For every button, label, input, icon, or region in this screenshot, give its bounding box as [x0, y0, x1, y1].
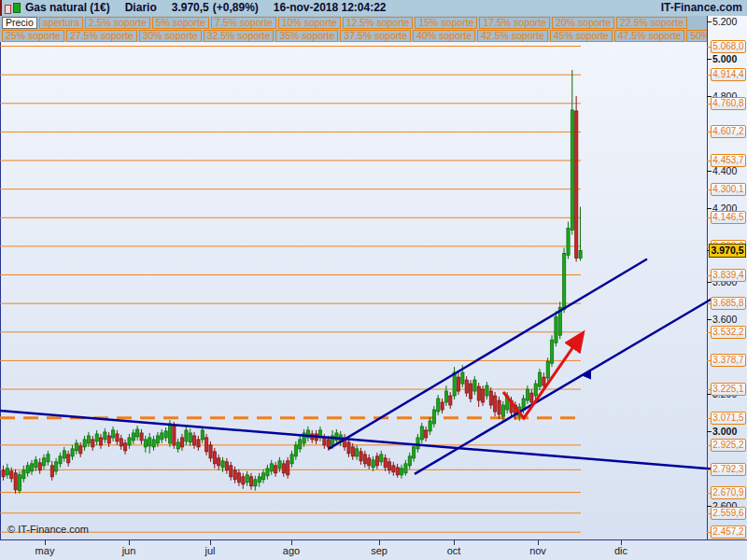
- axis-price-label: 3.600: [712, 314, 737, 325]
- candle-body: [551, 340, 554, 363]
- axis-support-label: 4.300,1: [711, 183, 746, 196]
- candle-body: [213, 452, 216, 464]
- red-projection-arrow[interactable]: [503, 333, 583, 418]
- candle-body: [469, 384, 472, 399]
- candle-body: [43, 458, 46, 466]
- candle-body: [2, 470, 5, 477]
- trend-arrow[interactable]: [503, 333, 583, 418]
- candle-body: [416, 438, 419, 449]
- candle-body: [363, 455, 366, 464]
- candle-body: [152, 440, 155, 447]
- candle-body: [233, 470, 236, 480]
- candle-body: [75, 443, 78, 451]
- legend-chip-12-5-soporte[interactable]: 12.5% soporte: [343, 17, 414, 29]
- candle-body: [10, 471, 13, 479]
- candle-body: [246, 475, 248, 483]
- candle-body: [95, 434, 98, 441]
- candle-body: [482, 389, 485, 402]
- axis-support-label: 4.914,4: [711, 68, 746, 81]
- candle-body: [47, 455, 49, 462]
- candle-body: [221, 461, 224, 468]
- legend-chip-apertura[interactable]: apertura: [39, 17, 83, 29]
- candle-body: [209, 445, 212, 458]
- candle-body: [50, 466, 53, 477]
- axis-tick: [707, 282, 712, 283]
- axis-price-label: 3.000: [712, 426, 737, 437]
- candle-body: [356, 449, 359, 456]
- legend-chip-40-soporte[interactable]: 40% soporte: [413, 30, 475, 42]
- axis-support-label: 3.071,5: [711, 412, 746, 425]
- candle-body: [392, 466, 395, 472]
- month-label: oct: [438, 545, 470, 556]
- axis-support-label: 2.792,3: [711, 463, 746, 476]
- candle-body: [494, 396, 497, 412]
- legend-chip-10-soporte[interactable]: 10% soporte: [278, 17, 341, 29]
- axis-support-label: 2.670,9: [711, 486, 746, 499]
- legend-chip-27-5-soporte[interactable]: 27.5% soporte: [66, 30, 137, 42]
- legend-chip-15-soporte[interactable]: 15% soporte: [415, 17, 477, 29]
- legend-chip-35-soporte[interactable]: 35% soporte: [275, 30, 338, 42]
- legend-chip-2-5-soporte[interactable]: 2.5% soporte: [85, 17, 150, 29]
- candle-body: [571, 110, 573, 231]
- axis-tick: [707, 319, 712, 320]
- axis-support-label: 4.607,2: [711, 125, 746, 138]
- price-chart[interactable]: [0, 0, 747, 539]
- descending-trendline[interactable]: [0, 411, 712, 469]
- legend-chip-30-soporte[interactable]: 30% soporte: [139, 30, 202, 42]
- candle-body: [262, 473, 265, 480]
- legend-chip-42-5-soporte[interactable]: 42.5% soporte: [477, 30, 548, 42]
- candle-body: [197, 440, 200, 447]
- legend-chip-22-5-soporte[interactable]: 22.5% soporte: [616, 17, 687, 29]
- candle-body: [79, 446, 82, 454]
- candle-body: [579, 250, 582, 258]
- candle-body: [189, 433, 191, 442]
- trend-lines[interactable]: [0, 259, 712, 473]
- candle-body: [201, 430, 204, 440]
- legend-chip-32-5-soporte[interactable]: 32.5% soporte: [204, 30, 275, 42]
- candle-body: [538, 372, 541, 386]
- candle-body: [501, 405, 504, 416]
- candle-body: [473, 380, 476, 391]
- axis-support-label: 3.378,7: [711, 354, 746, 367]
- chart-window: Gas natural (1€)Diario3.970,5(+0,89%)16-…: [0, 0, 747, 560]
- candle-body: [282, 464, 285, 473]
- candle-body: [299, 440, 302, 449]
- legend-chip-37-5-soporte[interactable]: 37.5% soporte: [340, 30, 411, 42]
- candle-body: [457, 377, 459, 391]
- candle-body: [205, 438, 208, 452]
- legend-chip-7-5-soporte[interactable]: 7.5% soporte: [211, 17, 276, 29]
- candle-body: [290, 455, 293, 464]
- legend-chip-50-soporte[interactable]: 50% soporte: [686, 30, 707, 42]
- axis-support-label: 4.760,8: [711, 97, 746, 110]
- candle-body: [526, 389, 529, 400]
- legend-chip-45-soporte[interactable]: 45% soporte: [550, 30, 613, 42]
- legend-chip-17-5-soporte[interactable]: 17.5% soporte: [479, 17, 550, 29]
- legend-chip-47-5-soporte[interactable]: 47.5% soporte: [614, 30, 685, 42]
- time-axis[interactable]: mayjunjulagosepoctnovdic: [0, 539, 747, 560]
- axis-support-label: 4.453,7: [711, 154, 746, 167]
- candle-body: [63, 451, 65, 458]
- candle-body: [323, 438, 326, 445]
- legend-row-1: Precioapertura2.5% soporte5% soporte7.5%…: [2, 17, 707, 29]
- candle-body: [237, 473, 240, 483]
- candle-body: [266, 469, 269, 476]
- channel-upper-trendline[interactable]: [329, 259, 647, 448]
- candle-body: [22, 470, 25, 479]
- legend-chip-25-soporte[interactable]: 25% soporte: [2, 30, 64, 42]
- candle-body: [287, 461, 289, 475]
- month-label: jun: [113, 545, 145, 556]
- legend-chip-precio[interactable]: Precio: [2, 17, 37, 29]
- axis-support-label: 2.457,2: [711, 525, 746, 539]
- legend-row-2: 25% soporte27.5% soporte30% soporte32.5%…: [2, 30, 707, 42]
- candle-body: [575, 111, 578, 259]
- legend-chip-5-soporte[interactable]: 5% soporte: [152, 17, 209, 29]
- axis-tick: [707, 431, 712, 432]
- candle-body: [55, 462, 58, 471]
- candle-body: [185, 430, 188, 441]
- candle-body: [413, 447, 416, 458]
- legend-chip-20-soporte[interactable]: 20% soporte: [552, 17, 614, 29]
- candle-body: [144, 440, 147, 447]
- candle-body: [563, 253, 566, 309]
- watermark: © IT-Finance.com: [7, 524, 89, 535]
- candle-body: [87, 436, 90, 443]
